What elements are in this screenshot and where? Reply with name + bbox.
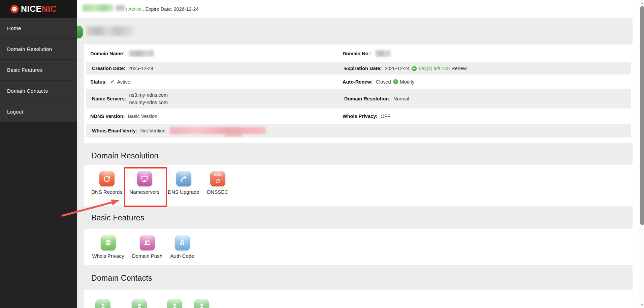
status-active: Active (128, 6, 142, 12)
blurred-email-value (170, 127, 266, 134)
nameserver-1: ns3.my-ndns.com (129, 91, 168, 99)
domain-no-cell: Domain No.: (343, 50, 633, 57)
topbar: :Active, Expire Date: 2026-12-24 (77, 0, 644, 18)
domain-resolution-value: Normal (393, 96, 409, 101)
nameservers-label: Name Servers: (92, 96, 126, 101)
modify-link[interactable]: Modify (400, 79, 415, 85)
creation-date-cell: Creation Date: 2025-12-24 (86, 66, 344, 71)
sidebar-item-domain-contacts[interactable]: Domain Contacts (0, 81, 77, 101)
contact-person-icon-admin[interactable]: A (95, 299, 110, 308)
whois-email-verify-label: Whois Email Verify: (92, 128, 137, 133)
contact-person-icon-management[interactable]: M (132, 299, 147, 308)
whois-email-verify-cell: Whois Email Verify: Not Verified (86, 127, 631, 134)
renew-link[interactable]: Renew (451, 66, 466, 71)
creation-date-label: Creation Date: (92, 66, 125, 71)
feature-auth-code[interactable]: Auth Code (169, 235, 195, 259)
brand-name-red: NIC (42, 4, 57, 13)
section-title-domain-contacts: Domain Contacts (91, 274, 152, 283)
brand-logo[interactable]: NICENIC (0, 0, 77, 18)
info-row-name-no: Domain Name: Domain No.: (84, 44, 633, 62)
basic-features-card: Whois Privacy Domain Push Auth Code (84, 229, 633, 265)
topbar-status-text: :Active, Expire Date: 2026-12-24 (126, 0, 199, 18)
domain-name-label: Domain Name: (90, 51, 125, 56)
status-cell: Status: Active (84, 79, 343, 85)
ndns-version-cell: NDNS Version: Basic Version (84, 114, 343, 119)
status-prefix: : (126, 6, 127, 12)
feature-label: Domain Push (132, 253, 162, 259)
domain-contacts-card: A M T F (84, 290, 633, 308)
cat-icon (10, 5, 19, 13)
nameserver-values: ns3.my-ndns.com ns4.my-ndns.com (129, 91, 168, 106)
status-value: Active (117, 79, 130, 85)
feature-domain-push[interactable]: Domain Push (131, 235, 163, 259)
scrollbar[interactable] (640, 0, 644, 308)
brand-name: NICENIC (21, 5, 57, 13)
sidebar-item-basic-features[interactable]: Basic Features (0, 60, 77, 81)
expire-date-text: , Expire Date: 2026-12-24 (143, 6, 199, 12)
nameservers-cell: Name Servers: ns3.my-ndns.com ns4.my-ndn… (86, 91, 344, 106)
feature-dns-upgrade[interactable]: DNS Upgrade (167, 171, 200, 195)
contact-person-icon-technical[interactable]: T (167, 299, 182, 308)
blurred-domain-name (83, 4, 114, 11)
info-row-email-verify: Whois Email Verify: Not Verified (86, 124, 631, 137)
info-row-ns-resolution: Name Servers: ns3.my-ndns.com ns4.my-ndn… (86, 89, 631, 109)
autorenew-label: Auto-Renew: (343, 79, 373, 85)
scrollbar-thumb[interactable] (640, 6, 644, 225)
sidebar-item-label: Domain Resolution (7, 46, 52, 52)
feature-dnssec[interactable]: DNS DNSSEC (206, 171, 229, 195)
whois-email-verify-value: Not Verified (140, 128, 166, 133)
feature-label: DNSSEC (207, 189, 228, 195)
blurred-status-label (116, 5, 125, 11)
creation-date-value: 2025-12-24 (128, 66, 153, 71)
green-arrow-icon (412, 66, 417, 71)
feature-whois-privacy[interactable]: Whois Privacy (91, 235, 125, 259)
people-icon (140, 235, 155, 250)
info-row-status-autorenew: Status: Active Auto-Renew: Closed Modify (84, 74, 633, 89)
feature-label: Auth Code (170, 253, 194, 259)
blurred-domain-name-value (129, 50, 154, 57)
sidebar-item-logout[interactable]: Logout (0, 101, 77, 122)
sidebar-item-home[interactable]: Home (0, 18, 77, 39)
blurred-domain-title (87, 26, 134, 36)
sidebar-item-domain-resolution[interactable]: Domain Resolution (0, 39, 77, 60)
dns-icon-text: DNS (210, 174, 225, 177)
info-row-ndns-privacy: NDNS Version: Basic Version Whois Privac… (84, 109, 633, 124)
domain-resolution-label: Domain Resolution: (344, 96, 390, 101)
whois-privacy-cell: Whois Privacy: OFF (343, 114, 633, 119)
sidebar-item-label: Logout (7, 109, 23, 115)
section-title-domain-resolution: Domain Resolution (91, 151, 158, 160)
info-row-dates: Creation Date: 2025-12-24 Expiration Dat… (86, 62, 631, 74)
shield-icon (101, 235, 116, 250)
section-title-basic-features: Basic Features (91, 213, 144, 222)
whois-privacy-label: Whois Privacy: (343, 114, 378, 119)
sidebar: NICENIC Home Domain Resolution Basic Fea… (0, 0, 77, 308)
domain-resolution-cell: Domain Resolution: Normal (344, 96, 631, 101)
ndns-version-value: Basic Version (128, 114, 157, 119)
upgrade-arrow-icon (176, 171, 191, 186)
refresh-icon (99, 171, 115, 186)
ndns-version-label: NDNS Version: (90, 114, 125, 119)
sidebar-item-label: Home (7, 25, 21, 31)
autorenew-cell: Auto-Renew: Closed Modify (343, 79, 633, 85)
domain-name-cell: Domain Name: (84, 50, 343, 57)
status-label: Status: (90, 79, 107, 85)
whois-privacy-value: OFF (381, 114, 390, 119)
expiration-date-cell: Expiration Date: 2026-12-24 day(s) left:… (344, 66, 631, 71)
scrollbar-down-icon[interactable] (640, 303, 644, 307)
nameserver-2: ns4.my-ndns.com (129, 99, 168, 106)
contact-person-icon-financial[interactable]: F (194, 299, 209, 308)
feature-label: DNS Upgrade (168, 189, 199, 195)
green-arrow-icon (393, 79, 398, 84)
sidebar-item-label: Basic Features (7, 67, 43, 73)
expiration-date-value: 2026-12-24 (385, 66, 410, 71)
domain-info-card: Domain Name: Domain No.: Creation Date: … (84, 44, 633, 143)
days-left-text: day(s) left:248 (419, 66, 450, 71)
feature-dns-records[interactable]: DNS Records (91, 171, 122, 195)
sidebar-item-label: Domain Contacts (7, 88, 48, 94)
domain-no-label: Domain No.: (343, 51, 371, 56)
green-check-icon (110, 79, 115, 85)
feature-label: Whois Privacy (92, 253, 124, 259)
scrollbar-up-icon[interactable] (640, 1, 644, 5)
brand-name-white: NICE (21, 4, 42, 13)
autorenew-value: Closed (376, 79, 391, 85)
